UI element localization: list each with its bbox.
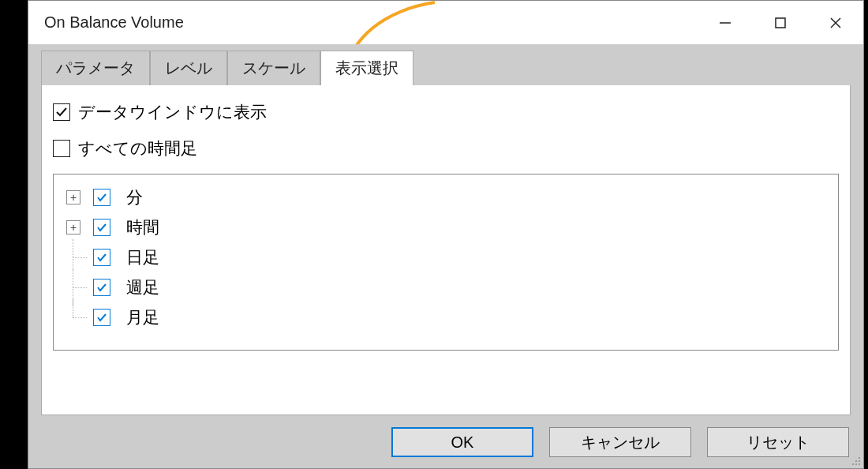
reset-button[interactable]: リセット — [707, 427, 849, 457]
option-label: データウインドウに表示 — [78, 101, 267, 123]
tree-item-hours[interactable]: + 時間 — [66, 212, 830, 242]
checkbox-icon[interactable] — [93, 279, 110, 296]
svg-point-4 — [859, 457, 860, 459]
tree-item-label: 分 — [126, 186, 143, 208]
tree-item-label: 週足 — [126, 276, 159, 298]
frame-black-margin — [0, 0, 28, 469]
tree-item-daily[interactable]: 日足 — [66, 242, 830, 272]
close-button[interactable] — [808, 1, 863, 44]
tab-content: データウインドウに表示 すべての時間足 + 分 + 時間 — [41, 85, 851, 415]
dialog-window: On Balance Volume パラメータ レベル スケール 表示選択 デー… — [28, 0, 864, 469]
tree-item-label: 月足 — [126, 306, 159, 328]
checkbox-icon[interactable] — [93, 309, 110, 326]
svg-point-8 — [855, 463, 857, 465]
tree-item-monthly[interactable]: 月足 — [66, 302, 830, 332]
tab-scale[interactable]: スケール — [227, 51, 320, 85]
checkbox-icon — [53, 103, 70, 121]
minimize-button[interactable] — [698, 1, 753, 44]
titlebar: On Balance Volume — [28, 1, 863, 44]
checkbox-icon[interactable] — [93, 219, 110, 236]
dialog-button-bar: OK キャンセル リセット — [391, 427, 849, 457]
window-controls — [698, 1, 863, 44]
tree-item-weekly[interactable]: 週足 — [66, 272, 830, 302]
maximize-button[interactable] — [753, 1, 808, 44]
tree-connector-icon — [66, 280, 80, 295]
timeframe-tree: + 分 + 時間 日足 — [53, 174, 839, 351]
tab-parameters[interactable]: パラメータ — [41, 51, 150, 85]
tree-item-label: 日足 — [126, 246, 159, 268]
checkbox-icon[interactable] — [93, 189, 110, 206]
option-all-timeframes[interactable]: すべての時間足 — [53, 137, 839, 159]
svg-point-7 — [852, 463, 854, 465]
svg-point-5 — [855, 460, 857, 462]
expand-icon[interactable]: + — [66, 190, 80, 204]
checkbox-icon — [53, 140, 70, 157]
option-show-in-data-window[interactable]: データウインドウに表示 — [53, 101, 839, 123]
ok-button[interactable]: OK — [391, 427, 533, 457]
tab-display[interactable]: 表示選択 — [320, 51, 413, 85]
tree-item-minutes[interactable]: + 分 — [66, 182, 830, 212]
window-title: On Balance Volume — [44, 13, 184, 32]
expand-icon[interactable]: + — [66, 220, 80, 234]
tree-connector-icon — [66, 310, 80, 325]
resize-grip-icon[interactable] — [850, 455, 861, 466]
svg-point-9 — [859, 463, 860, 465]
tab-strip: パラメータ レベル スケール 表示選択 — [28, 44, 863, 85]
svg-point-6 — [859, 460, 860, 462]
svg-rect-1 — [776, 18, 785, 28]
tree-item-label: 時間 — [126, 216, 159, 238]
option-label: すべての時間足 — [78, 137, 197, 159]
checkbox-icon[interactable] — [93, 249, 110, 266]
tree-connector-icon — [66, 250, 80, 265]
cancel-button[interactable]: キャンセル — [549, 427, 691, 457]
tab-levels[interactable]: レベル — [150, 51, 227, 85]
